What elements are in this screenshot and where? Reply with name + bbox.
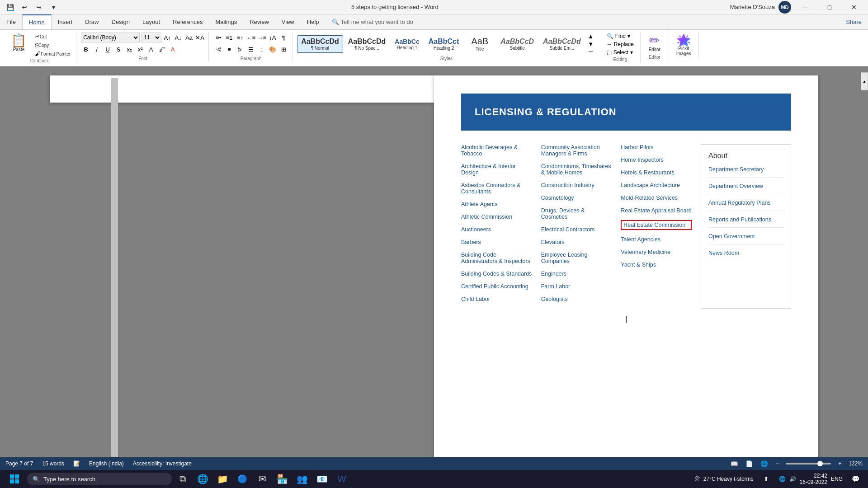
line-spacing-button[interactable]: ↕ xyxy=(257,44,267,54)
clear-formatting-button[interactable]: ✕A xyxy=(195,33,205,42)
zoom-slider[interactable] xyxy=(786,463,831,465)
cut-button[interactable]: ✂ Cut xyxy=(33,33,72,40)
link-building-codes[interactable]: Building Codes & Standards xyxy=(461,271,532,277)
link-talent[interactable]: Talent Agencies xyxy=(621,236,692,243)
font-case-button[interactable]: Aa xyxy=(184,33,194,42)
link-construction[interactable]: Construction Industry xyxy=(541,182,612,188)
styles-more-button[interactable]: ▲▼─ xyxy=(586,33,596,55)
align-left-button[interactable]: ⫷ xyxy=(213,44,223,54)
font-shrink-button[interactable]: A↓ xyxy=(173,33,183,42)
minimize-button[interactable]: — xyxy=(795,0,816,14)
link-home-inspectors[interactable]: Home Inspectors xyxy=(621,157,692,163)
link-athlete-agents[interactable]: Athlete Agents xyxy=(461,201,532,207)
bold-button[interactable]: B xyxy=(81,44,91,54)
paste-button[interactable]: 📋 Paste xyxy=(7,33,30,54)
zoom-minus[interactable]: − xyxy=(775,460,778,467)
link-community-assoc[interactable]: Community Association Managers & Firms xyxy=(541,144,612,157)
superscript-button[interactable]: x² xyxy=(135,44,145,54)
numbering-button[interactable]: ≡1 xyxy=(224,33,234,42)
web-layout-button[interactable]: 🌐 xyxy=(760,460,768,467)
link-alcoholic-beverages[interactable]: Alcoholic Beverages & Tobacco xyxy=(461,144,532,157)
link-condominiums[interactable]: Condominiums, Timeshares & Mobile Homes xyxy=(541,163,612,176)
accessibility[interactable]: Accessibility: Investigate xyxy=(133,460,192,467)
link-hotels[interactable]: Hotels & Restaurants xyxy=(621,169,692,176)
file-explorer-button[interactable]: 📁 xyxy=(213,470,231,488)
borders-button[interactable]: ⊞ xyxy=(278,44,288,54)
task-view-button[interactable]: ⧉ xyxy=(174,470,192,488)
font-size-select[interactable]: 11 xyxy=(142,33,161,42)
tab-tell-me[interactable]: 🔍 Tell me what you want to do xyxy=(326,14,420,29)
font-grow-button[interactable]: A↑ xyxy=(162,33,172,42)
zoom-level[interactable]: 122% xyxy=(849,460,863,467)
about-regulatory-plans[interactable]: Annual Regulatory Plans xyxy=(708,200,783,211)
style-no-spacing[interactable]: AaBbCcDd ¶ No Spac... xyxy=(344,35,390,53)
about-open-govt[interactable]: Open Government xyxy=(708,233,783,244)
link-real-estate-commission[interactable]: Real Estate Commission xyxy=(621,220,692,230)
underline-button[interactable]: U xyxy=(103,44,113,54)
link-auctioneers[interactable]: Auctioneers xyxy=(461,226,532,233)
notification-button[interactable]: 💬 xyxy=(846,470,864,488)
shading-button[interactable]: 🎨 xyxy=(268,44,278,54)
link-mold[interactable]: Mold-Related Services xyxy=(621,195,692,201)
editor-button[interactable]: ✏ Editor xyxy=(645,33,664,54)
tab-insert[interactable]: Insert xyxy=(52,14,79,29)
system-clock[interactable]: 22:42 16-09-2022 xyxy=(800,473,827,485)
bullets-button[interactable]: ≡• xyxy=(213,33,223,42)
font-family-select[interactable]: Calibri (Body) xyxy=(81,33,140,42)
link-geologists[interactable]: Geologists xyxy=(541,296,612,302)
collapse-ribbon-button[interactable]: ▲ xyxy=(861,72,868,90)
read-mode-button[interactable]: 📖 xyxy=(731,460,738,467)
text-highlight-button[interactable]: 🖊 xyxy=(157,44,167,54)
tab-mailings[interactable]: Mailings xyxy=(209,14,244,29)
pickit-button[interactable]: 🌟 PickitImages xyxy=(673,33,695,58)
tab-design[interactable]: Design xyxy=(105,14,136,29)
system-tray-button[interactable]: ⬆ xyxy=(757,470,775,488)
font-color-button[interactable]: A xyxy=(168,44,178,54)
zoom-plus[interactable]: + xyxy=(838,460,841,467)
show-marks-button[interactable]: ¶ xyxy=(278,33,288,42)
link-farm-labor[interactable]: Farm Labor xyxy=(541,283,612,290)
word-count[interactable]: 15 words xyxy=(42,460,64,467)
language[interactable]: English (India) xyxy=(89,460,124,467)
justify-button[interactable]: ☰ xyxy=(246,44,256,54)
outlook-button[interactable]: 📧 xyxy=(313,470,331,488)
tab-file[interactable]: File xyxy=(0,14,22,29)
link-asbestos[interactable]: Asbestos Contractors & Consultants xyxy=(461,182,532,195)
copy-button[interactable]: ⎘ Copy xyxy=(33,41,72,49)
style-heading1[interactable]: AaBbCc Heading 1 xyxy=(391,36,423,52)
language-indicator[interactable]: ENG xyxy=(831,476,843,482)
share-button[interactable]: Share xyxy=(840,14,868,29)
tab-draw[interactable]: Draw xyxy=(79,14,105,29)
link-athletic-commission[interactable]: Athletic Commission xyxy=(461,214,532,220)
mail-button[interactable]: ✉ xyxy=(253,470,271,488)
style-subtitle[interactable]: AaBbCcD Subtitle xyxy=(496,35,538,53)
link-employee-leasing[interactable]: Employee Leasing Companies xyxy=(541,252,612,264)
tab-view[interactable]: View xyxy=(275,14,301,29)
link-barbers[interactable]: Barbers xyxy=(461,239,532,245)
format-painter-button[interactable]: 🖌 Format Painter xyxy=(33,50,72,57)
style-heading2[interactable]: AaBbCct Heading 2 xyxy=(425,35,463,53)
taskbar-search[interactable]: 🔍 Type here to search xyxy=(27,473,172,485)
text-effects-button[interactable]: A xyxy=(146,44,156,54)
link-drugs[interactable]: Drugs, Devices & Cosmetics xyxy=(541,207,612,220)
link-elevators[interactable]: Elevators xyxy=(541,239,612,245)
customize-button[interactable]: ▾ xyxy=(47,1,60,14)
link-cpa[interactable]: Certified Public Accounting xyxy=(461,283,532,290)
word-button[interactable]: W xyxy=(333,470,351,488)
tab-help[interactable]: Help xyxy=(301,14,326,29)
tab-home[interactable]: Home xyxy=(22,14,52,29)
style-title[interactable]: AaB Title xyxy=(464,34,495,54)
find-button[interactable]: 🔍 Find ▾ xyxy=(604,33,633,40)
teams-button[interactable]: 👥 xyxy=(293,470,311,488)
about-dept-secretary[interactable]: Department Secretary xyxy=(708,166,783,178)
italic-button[interactable]: I xyxy=(92,44,102,54)
replace-button[interactable]: ↔ Replace xyxy=(604,41,637,48)
save-button[interactable]: 💾 xyxy=(4,1,16,14)
strikethrough-button[interactable]: S̶ xyxy=(113,44,123,54)
style-subtle-em[interactable]: AaBbCcDd Subtle Em... xyxy=(539,35,585,53)
multilevel-button[interactable]: ≡↑ xyxy=(235,33,245,42)
start-button[interactable] xyxy=(4,470,25,488)
subscript-button[interactable]: x₂ xyxy=(124,44,134,54)
store-button[interactable]: 🏪 xyxy=(273,470,291,488)
zoom-thumb[interactable] xyxy=(817,461,823,466)
